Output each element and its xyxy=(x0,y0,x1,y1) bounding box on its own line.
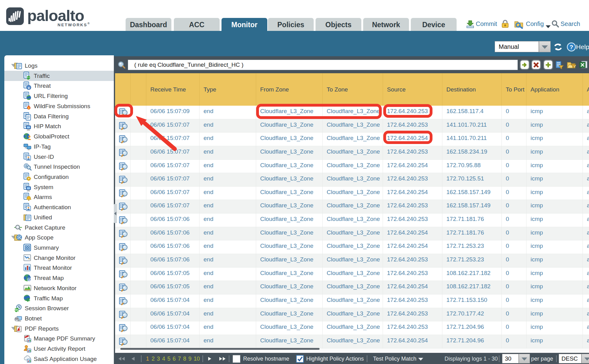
svg-text:?: ? xyxy=(570,44,573,50)
svg-text:x: x xyxy=(28,278,30,281)
svg-text:x: x xyxy=(28,86,30,90)
